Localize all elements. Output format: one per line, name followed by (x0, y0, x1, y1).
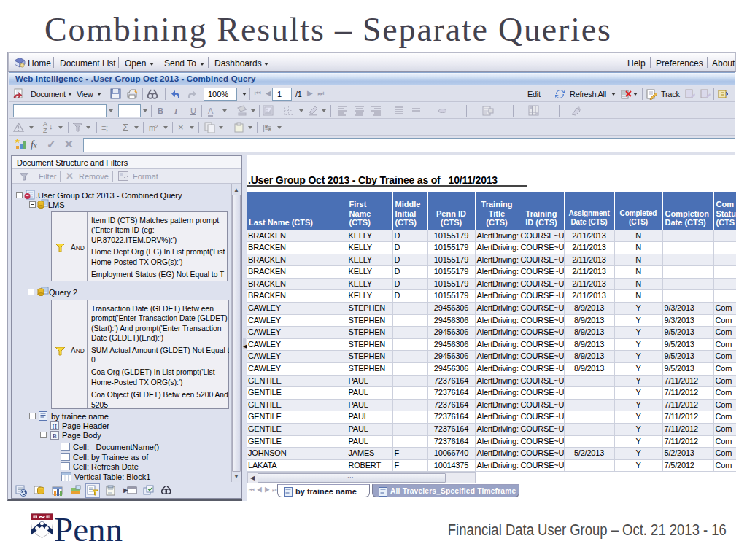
svg-text:B: B (53, 432, 57, 440)
svg-text:Penn: Penn (54, 513, 123, 543)
svg-text:H: H (53, 423, 58, 430)
